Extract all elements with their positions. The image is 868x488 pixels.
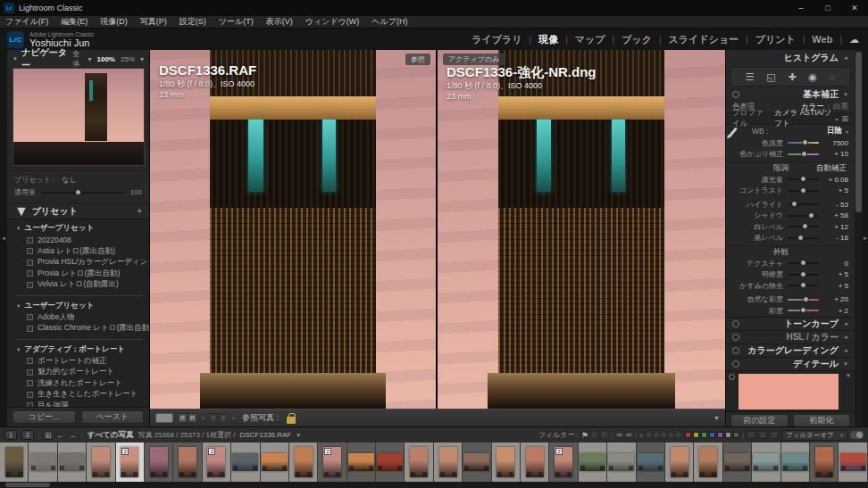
menu-item-v[interactable]: 表示(V) [266, 16, 293, 28]
preset-item[interactable]: Astia レトロ(露出自動) [7, 246, 149, 258]
preset-group-header[interactable]: ▼ユーザープリセット [7, 300, 149, 312]
lock-icon[interactable] [287, 417, 296, 424]
filmstrip-thumbnail[interactable] [579, 443, 607, 482]
color-label-chip-4[interactable] [709, 432, 715, 438]
preset-checkbox-icon[interactable] [27, 248, 33, 254]
preset-checkbox-icon[interactable] [27, 314, 33, 320]
filmstrip-thumbnail[interactable] [752, 443, 780, 482]
amount-slider-thumb[interactable] [75, 189, 81, 195]
preset-item[interactable]: 洗練されたポートレート [7, 378, 149, 390]
slider-thumb[interactable] [802, 223, 808, 229]
slider-track[interactable] [788, 274, 819, 276]
loupe-view-icon[interactable] [155, 413, 173, 423]
masking-icon[interactable]: ◌ [830, 71, 836, 82]
slider-thumb[interactable] [797, 235, 804, 241]
crop-icon[interactable]: ◱ [766, 71, 775, 83]
filter-preset-button[interactable] [758, 431, 767, 439]
rating-operator[interactable]: ≥ [639, 432, 643, 438]
slider-thumb[interactable] [800, 187, 806, 194]
slider-thumb[interactable] [800, 260, 806, 266]
detail-options-icon[interactable]: ▼ [846, 373, 851, 378]
slider-track[interactable] [788, 203, 819, 205]
filmstrip-thumbnail[interactable] [145, 443, 173, 482]
navigator-preview[interactable] [13, 68, 145, 166]
filmstrip-thumbnail[interactable] [58, 443, 87, 482]
module-tab-6[interactable]: プリント [755, 33, 796, 46]
slider-thumb[interactable] [800, 282, 806, 288]
preset-item[interactable]: ポートレートの補正 [7, 356, 149, 368]
source-indicator[interactable]: すべての写真 [88, 430, 134, 441]
preset-item[interactable]: 目を強調 [7, 401, 149, 408]
menu-item-e[interactable]: 編集(E) [61, 16, 88, 28]
preset-group-header[interactable]: ▼アダプティブ：ポートレート [7, 343, 149, 356]
filmstrip-thumbnail[interactable] [839, 443, 867, 482]
back-arrow-icon[interactable]: ← [56, 431, 64, 440]
filmstrip-thumbnail[interactable] [434, 443, 463, 482]
red-eye-icon[interactable]: ◉ [808, 71, 817, 83]
filmstrip-thumbnail[interactable]: 2 [318, 443, 346, 482]
slider-track[interactable] [788, 142, 819, 144]
filmstrip-thumbnail[interactable] [173, 443, 202, 482]
unflagged-filter-icon[interactable]: ⚐ [591, 431, 598, 440]
reference-view-left-button[interactable]: R [178, 413, 188, 423]
slider-track[interactable] [788, 310, 819, 311]
amount-slider[interactable] [41, 192, 125, 194]
grid-view-icon[interactable]: ⊞ [45, 431, 52, 440]
unedited-filter-icon[interactable]: ≕ [625, 431, 632, 439]
source-dropdown-icon[interactable]: ▼ [296, 433, 301, 438]
filmstrip-thumbnail[interactable] [723, 443, 752, 482]
slider-track[interactable] [788, 178, 819, 180]
preset-checkbox-icon[interactable] [27, 369, 33, 376]
previous-settings-button[interactable]: 前の設定 [730, 414, 789, 427]
preset-item[interactable]: Provia レトロ(露出自動) [7, 269, 149, 280]
menu-item-p[interactable]: 写真(P) [140, 16, 167, 28]
scrollbar-thumb[interactable] [5, 483, 50, 487]
filmstrip-thumbnail[interactable] [405, 443, 433, 482]
copy-button[interactable]: コピー... [13, 410, 76, 424]
zoom-level-25pct[interactable]: 25% [121, 55, 135, 63]
left-panel-collapse-arrow[interactable]: ◄ [0, 50, 7, 426]
preset-checkbox-icon[interactable] [27, 270, 33, 277]
filter-toggle-switch[interactable] [850, 431, 864, 439]
forward-arrow-icon[interactable]: → [69, 431, 77, 440]
menu-item-w[interactable]: ウィンドウ(W) [305, 16, 360, 28]
preset-checkbox-icon[interactable] [27, 380, 33, 386]
preset-item[interactable]: 魅力的なポートレート [7, 367, 149, 378]
filmstrip-thumbnail[interactable] [694, 443, 722, 482]
filmstrip-thumbnail[interactable] [492, 443, 521, 482]
color-label-chip-5[interactable] [717, 432, 723, 438]
module-tab-3[interactable]: マップ [575, 33, 605, 46]
white-balance-eyedropper-icon[interactable] [728, 128, 738, 138]
preset-item[interactable]: 20220408 [7, 235, 149, 246]
color-label-chip-3[interactable] [701, 432, 707, 438]
slider-thumb[interactable] [803, 296, 809, 302]
toolbar-options-dropdown[interactable]: ▼ [714, 415, 720, 421]
module-tab-4[interactable]: ブック [622, 33, 652, 46]
flagged-filter-icon[interactable]: ⚑ [581, 431, 588, 440]
preset-checkbox-icon[interactable] [27, 237, 33, 244]
slider-track[interactable] [788, 226, 819, 227]
profile-browser-icon[interactable]: ⊞ [841, 114, 848, 123]
presets-header[interactable]: ▼ プリセット + [7, 203, 149, 219]
zoom-level-全体[interactable]: 全体 [72, 49, 82, 69]
module-tab-2[interactable]: 現像 [538, 33, 558, 46]
reset-button[interactable]: 初期化 [793, 414, 851, 427]
before-after-left-button[interactable]: Y [208, 413, 218, 423]
menu-item-d[interactable]: 現像(D) [100, 16, 128, 28]
navigator-header[interactable]: ▼ ナビゲーター 全体▾100%25%▾ [7, 50, 149, 68]
minimize-button[interactable]: – [788, 0, 814, 16]
compare-pane-reference[interactable]: 参照 DSCF1336.RAF 1/80 秒 (f / 8.0)、ISO 400… [150, 50, 438, 409]
filter-preset-button[interactable] [770, 431, 779, 439]
filmstrip-thumbnail[interactable] [781, 443, 810, 482]
detail-panel-header[interactable]: ディテール ▼ [726, 357, 855, 370]
filmstrip-thumbnail[interactable] [665, 443, 694, 482]
add-preset-button[interactable]: + [137, 206, 142, 216]
color-label-chip-7[interactable] [733, 432, 739, 438]
detail-preview-swatch[interactable] [739, 374, 839, 409]
filmstrip-thumbnail[interactable]: 2 [203, 443, 231, 482]
slider-thumb[interactable] [791, 201, 797, 207]
wb-value[interactable]: 日陰 [827, 126, 842, 136]
filmstrip-thumbnail[interactable] [607, 443, 636, 482]
zoom-level-100pct[interactable]: 100% [97, 55, 115, 63]
module-tab-1[interactable]: ライブラリ [472, 33, 522, 46]
